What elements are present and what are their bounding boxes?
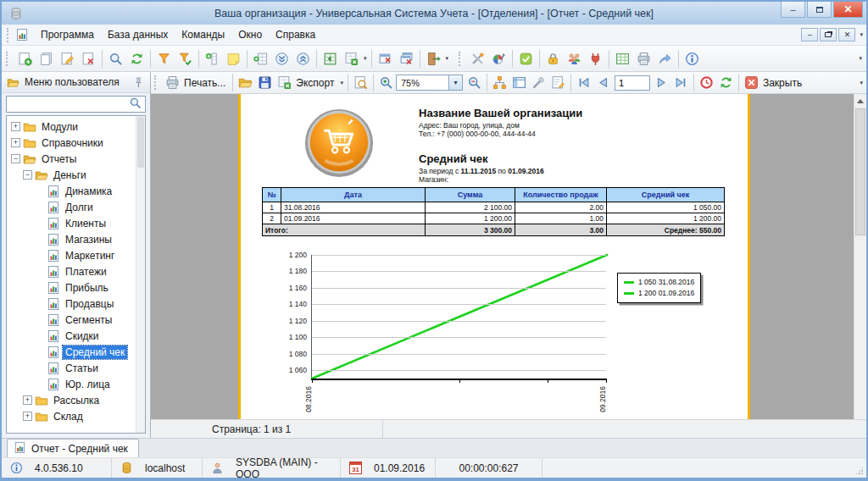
close-all-windows-icon[interactable] xyxy=(396,48,417,69)
last-page-icon[interactable] xyxy=(671,73,691,92)
close-window-icon[interactable] xyxy=(375,48,396,69)
scroll-up-button[interactable] xyxy=(854,94,866,107)
export-dropdown-icon[interactable]: ▾ xyxy=(340,80,343,86)
vertical-scrollbar[interactable] xyxy=(854,94,866,419)
print-button[interactable]: Печать... xyxy=(184,77,225,89)
tree-item-Справочники[interactable]: +Справочники xyxy=(7,135,136,151)
exit-icon[interactable] xyxy=(423,48,444,69)
close-button[interactable]: ✕ xyxy=(833,2,863,18)
tree-toggle-icon[interactable]: + xyxy=(11,122,20,131)
report-structure-icon[interactable] xyxy=(490,73,509,92)
add-field-icon[interactable] xyxy=(202,48,223,69)
toolbar2-grip[interactable] xyxy=(459,52,463,66)
tree-item-Платежи[interactable]: Платежи xyxy=(7,263,136,279)
mdi-restore-button[interactable] xyxy=(820,28,837,41)
tree-item-Отчеты[interactable]: −Отчеты xyxy=(7,151,136,167)
excel-import-icon[interactable] xyxy=(320,48,341,69)
tree-toggle-icon[interactable]: + xyxy=(23,412,32,421)
lock-icon[interactable] xyxy=(542,48,564,69)
tree-toggle-icon[interactable]: − xyxy=(11,154,20,163)
refresh-report-icon[interactable] xyxy=(716,73,736,92)
report-settings-icon[interactable] xyxy=(529,73,548,92)
tree-item-Долги[interactable]: Долги xyxy=(7,199,136,215)
tree-toggle-icon[interactable]: + xyxy=(11,138,20,147)
tree-item-Клиенты[interactable]: Клиенты xyxy=(7,215,136,231)
search-button[interactable] xyxy=(125,97,145,112)
expand-all-icon[interactable] xyxy=(292,48,314,69)
excel-export-dropdown-icon[interactable]: ▾ xyxy=(364,55,367,62)
panels-icon[interactable] xyxy=(509,73,529,92)
tree-item-Магазины[interactable]: Магазины xyxy=(7,231,136,247)
prev-page-icon[interactable] xyxy=(593,73,613,92)
close-report-icon[interactable] xyxy=(742,73,761,92)
zoom-in-icon[interactable] xyxy=(376,73,396,92)
tree-item-Прибыль[interactable]: Прибыль xyxy=(7,279,136,296)
tree-item-Деньги[interactable]: −Деньги xyxy=(7,167,136,183)
approve-icon[interactable] xyxy=(515,48,537,69)
menubar-grip[interactable] xyxy=(7,28,11,42)
tree-item-Юр. лица[interactable]: Юр. лица xyxy=(7,376,136,392)
export-icon[interactable] xyxy=(275,73,294,92)
title-bar[interactable]: Ваша организация - Универсальная Система… xyxy=(2,2,866,25)
zoom-out-icon[interactable] xyxy=(465,73,484,92)
mdi-close-button[interactable]: ✕ xyxy=(838,28,855,41)
tree-item-Склад[interactable]: +Склад xyxy=(7,408,136,424)
share-icon[interactable] xyxy=(654,48,676,69)
sidebar-scrollbar[interactable] xyxy=(136,116,145,433)
note-icon[interactable] xyxy=(223,48,244,69)
report-toolbar-overflow-icon[interactable]: ▾ xyxy=(860,80,863,86)
tree-item-Сегменты[interactable]: Сегменты xyxy=(7,312,136,328)
print-icon[interactable] xyxy=(633,48,654,69)
tree-item-Средний чек[interactable]: Средний чек xyxy=(7,344,136,360)
print-report-icon[interactable] xyxy=(163,73,182,92)
scrollbar-thumb[interactable] xyxy=(855,108,865,235)
tree-item-Рассылка[interactable]: +Рассылка xyxy=(7,392,136,408)
info-icon[interactable] xyxy=(682,48,703,69)
tree-item-Маркетинг[interactable]: Маркетинг xyxy=(7,247,136,263)
menu-Команды[interactable]: Команды xyxy=(175,26,231,43)
add-record-icon[interactable] xyxy=(14,48,36,69)
insert-column-icon[interactable] xyxy=(250,48,271,69)
menu-Окно[interactable]: Окно xyxy=(231,26,269,43)
preview-icon[interactable] xyxy=(351,73,370,92)
refresh-icon[interactable] xyxy=(126,48,147,69)
tree-item-Статьи[interactable]: Статьи xyxy=(7,360,136,376)
report-toolbar-grip[interactable] xyxy=(154,75,159,90)
settings-icon[interactable] xyxy=(467,48,488,69)
search-input[interactable] xyxy=(7,97,125,112)
export-button[interactable]: Экспорт xyxy=(296,77,334,89)
filter-icon[interactable] xyxy=(153,48,175,69)
mdi-overflow-icon[interactable]: ▾ xyxy=(860,31,863,38)
mdi-minimize-button[interactable]: – xyxy=(801,28,818,41)
resize-grip[interactable] xyxy=(855,467,864,475)
menu-База данных[interactable]: База данных xyxy=(101,26,175,43)
open-report-icon[interactable] xyxy=(236,73,255,92)
edit-record-icon[interactable] xyxy=(57,48,78,69)
appearance-icon[interactable] xyxy=(488,48,509,69)
zoom-select[interactable]: 75% xyxy=(396,75,448,91)
collapse-all-icon[interactable] xyxy=(271,48,292,69)
tab-report-average-check[interactable]: Отчет - Средний чек xyxy=(7,439,139,457)
next-page-icon[interactable] xyxy=(652,73,671,92)
menu-Программа[interactable]: Программа xyxy=(34,26,101,43)
tree-item-Динамика[interactable]: Динамика xyxy=(7,183,136,199)
toolbar-overflow-icon[interactable]: ▾ xyxy=(446,55,449,62)
minimize-button[interactable]: – xyxy=(781,2,805,18)
close-report-button[interactable]: Закрыть xyxy=(763,77,802,89)
tree-item-Скидки[interactable]: Скидки xyxy=(7,328,136,344)
excel-export-icon[interactable] xyxy=(341,48,362,69)
menu-Справка[interactable]: Справка xyxy=(269,26,322,43)
toolbar-grip[interactable] xyxy=(6,52,10,66)
tree-toggle-icon[interactable]: − xyxy=(23,170,32,180)
search-icon[interactable] xyxy=(105,48,126,69)
grid-icon[interactable] xyxy=(612,48,633,69)
save-report-icon[interactable] xyxy=(255,73,275,92)
duplicate-record-icon[interactable] xyxy=(36,48,57,69)
filter-apply-icon[interactable] xyxy=(175,48,196,69)
delete-record-icon[interactable] xyxy=(78,48,99,69)
zoom-dropdown-button[interactable]: ▼ xyxy=(448,75,463,91)
first-page-icon[interactable] xyxy=(574,73,593,92)
scrollbar-thumb[interactable] xyxy=(137,117,144,168)
page-number-input[interactable] xyxy=(615,75,650,91)
stop-icon[interactable] xyxy=(697,73,716,92)
